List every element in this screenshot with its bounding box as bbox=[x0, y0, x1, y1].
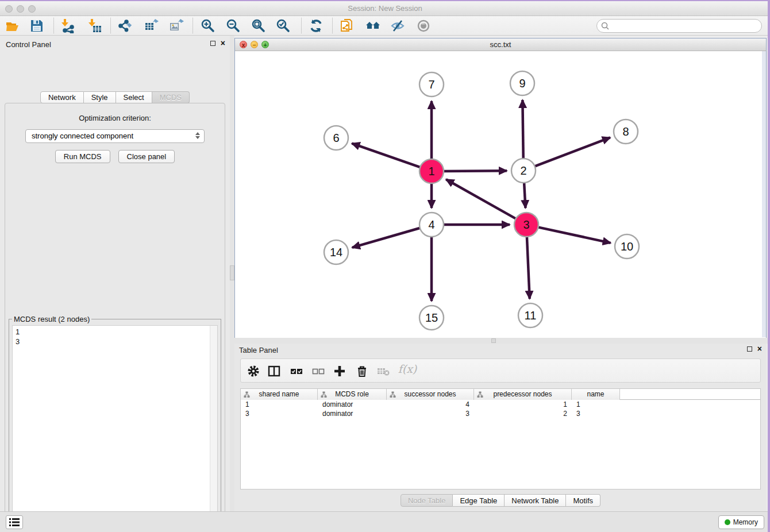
apply-layout-icon[interactable] bbox=[309, 18, 324, 33]
first-neighbors-icon[interactable] bbox=[365, 18, 380, 33]
cell-successor-nodes[interactable]: 3 bbox=[387, 409, 474, 418]
mcds-panel: Optimization criterion: strongly connect… bbox=[5, 103, 225, 532]
close-panel-button[interactable]: Close panel bbox=[118, 150, 175, 163]
svg-text:2: 2 bbox=[520, 164, 526, 177]
table-row[interactable]: 3dominator323 bbox=[241, 409, 760, 418]
vertical-splitter[interactable] bbox=[230, 36, 234, 511]
table-row[interactable]: 1dominator411 bbox=[241, 400, 760, 409]
node-9[interactable]: 9 bbox=[510, 71, 534, 95]
cell-mcds-role[interactable]: dominator bbox=[318, 409, 387, 418]
result-scrollbar[interactable] bbox=[210, 326, 217, 532]
control-panel-tabs: NetworkStyleSelectMCDS bbox=[0, 91, 230, 103]
show-column-panel-icon[interactable] bbox=[267, 364, 281, 378]
node-14[interactable]: 14 bbox=[324, 240, 348, 264]
network-window-titlebar[interactable]: x – + scc.txt bbox=[235, 38, 766, 51]
tab-network[interactable]: Network bbox=[40, 91, 84, 103]
edge-4-14[interactable] bbox=[352, 228, 422, 248]
run-mcds-button[interactable]: Run MCDS bbox=[55, 150, 110, 163]
search-input[interactable] bbox=[596, 19, 762, 33]
mcds-result-area[interactable]: 1 3 bbox=[12, 325, 218, 532]
hide-selected-icon[interactable] bbox=[390, 18, 405, 33]
cell-predecessor-nodes[interactable]: 1 bbox=[474, 400, 572, 409]
tab-select[interactable]: Select bbox=[116, 91, 152, 103]
column-header-successor-nodes[interactable]: successor nodes bbox=[387, 389, 474, 400]
cell-successor-nodes[interactable]: 4 bbox=[387, 400, 474, 409]
edge-2-8[interactable] bbox=[533, 137, 610, 167]
select-all-rows-icon[interactable] bbox=[290, 364, 303, 378]
show-all-icon[interactable] bbox=[416, 18, 431, 33]
toolbar-divider bbox=[332, 18, 333, 33]
tab-mcds[interactable]: MCDS bbox=[152, 91, 190, 103]
show-hide-panels-button[interactable] bbox=[6, 515, 23, 529]
edge-3-11[interactable] bbox=[527, 234, 530, 299]
function-builder-icon[interactable]: f(x) bbox=[397, 363, 418, 376]
node-3[interactable]: 3 bbox=[514, 213, 538, 237]
tab-style[interactable]: Style bbox=[84, 91, 116, 103]
delete-column-trash-icon[interactable] bbox=[355, 364, 369, 378]
edge-3-1[interactable] bbox=[446, 179, 518, 219]
cell-shared-name[interactable]: 1 bbox=[241, 400, 318, 409]
cell-shared-name[interactable]: 3 bbox=[241, 409, 318, 418]
tab-motifs[interactable]: Motifs bbox=[566, 494, 600, 507]
network-scrollbar[interactable] bbox=[762, 51, 766, 337]
column-header-shared-name[interactable]: shared name bbox=[241, 389, 318, 400]
node-7[interactable]: 7 bbox=[419, 72, 444, 97]
node-8[interactable]: 8 bbox=[614, 119, 638, 144]
column-header-predecessor-nodes[interactable]: predecessor nodes bbox=[474, 389, 572, 400]
column-header-mcds-role[interactable]: MCDS role bbox=[318, 389, 387, 400]
export-image-icon[interactable] bbox=[169, 18, 184, 33]
close-panel-icon[interactable]: × bbox=[757, 346, 762, 352]
node-4[interactable]: 4 bbox=[419, 213, 444, 237]
edge-1-2[interactable] bbox=[441, 171, 507, 171]
column-label: MCDS role bbox=[335, 390, 369, 398]
edge-2-9[interactable] bbox=[522, 100, 523, 161]
memory-label: Memory bbox=[733, 518, 758, 526]
node-1[interactable]: 1 bbox=[419, 159, 444, 183]
window-frame-right bbox=[768, 0, 770, 532]
open-session-icon[interactable] bbox=[5, 18, 20, 33]
toolbar-divider bbox=[110, 18, 111, 33]
edge-1-6[interactable] bbox=[352, 144, 422, 168]
new-network-from-selection-icon[interactable] bbox=[340, 18, 355, 33]
export-network-icon[interactable] bbox=[118, 18, 133, 33]
zoom-in-icon[interactable] bbox=[201, 18, 215, 33]
network-canvas[interactable]: 1234678910111415 bbox=[235, 51, 766, 338]
add-column-icon[interactable] bbox=[333, 364, 346, 378]
import-network-icon[interactable] bbox=[60, 18, 75, 33]
splitter-grip[interactable] bbox=[230, 265, 234, 280]
criterion-select[interactable]: strongly connected component bbox=[25, 129, 205, 143]
zoom-out-icon[interactable] bbox=[226, 18, 241, 33]
edge-3-10[interactable] bbox=[536, 227, 611, 243]
save-session-icon[interactable] bbox=[29, 18, 44, 33]
export-table-icon[interactable] bbox=[144, 18, 159, 33]
column-header-name[interactable]: name bbox=[572, 389, 620, 400]
mcds-result-title: MCDS result (2 nodes) bbox=[12, 315, 91, 323]
float-panel-icon[interactable] bbox=[210, 41, 215, 46]
node-11[interactable]: 11 bbox=[518, 303, 542, 327]
table-settings-gear-icon[interactable] bbox=[247, 364, 260, 378]
tab-network-table[interactable]: Network Table bbox=[505, 494, 566, 507]
cell-mcds-role[interactable]: dominator bbox=[318, 400, 387, 409]
import-table-icon[interactable] bbox=[87, 18, 102, 33]
node-6[interactable]: 6 bbox=[324, 126, 348, 150]
main-toolbar bbox=[0, 16, 770, 36]
node-2[interactable]: 2 bbox=[511, 159, 536, 183]
close-panel-icon[interactable]: × bbox=[221, 40, 225, 46]
horizontal-splitter[interactable] bbox=[234, 338, 770, 344]
deselect-all-rows-icon[interactable] bbox=[311, 364, 325, 378]
mcds-result-text: 1 3 bbox=[13, 326, 217, 348]
zoom-fit-icon[interactable] bbox=[251, 18, 266, 33]
node-15[interactable]: 15 bbox=[419, 306, 444, 330]
node-10[interactable]: 10 bbox=[615, 234, 639, 259]
edge-2-3[interactable] bbox=[524, 180, 526, 208]
tab-node-table[interactable]: Node Table bbox=[401, 494, 453, 507]
tab-edge-table[interactable]: Edge Table bbox=[453, 494, 505, 507]
cell-name[interactable]: 1 bbox=[572, 400, 620, 409]
cell-predecessor-nodes[interactable]: 2 bbox=[474, 409, 572, 418]
memory-button[interactable]: Memory bbox=[718, 515, 764, 529]
zoom-selected-icon[interactable] bbox=[276, 18, 291, 33]
delete-table-icon[interactable] bbox=[376, 364, 390, 378]
float-panel-icon[interactable] bbox=[747, 346, 752, 352]
cell-name[interactable]: 3 bbox=[572, 409, 620, 418]
splitter-grip[interactable] bbox=[491, 338, 496, 343]
